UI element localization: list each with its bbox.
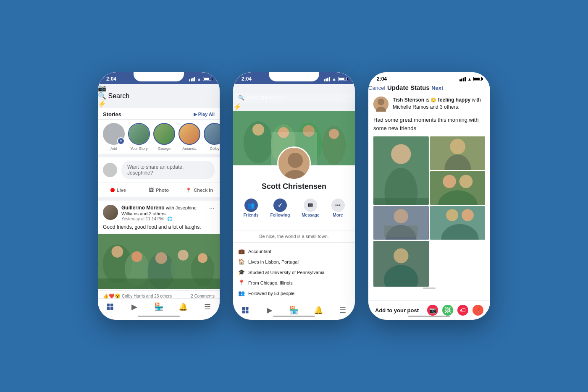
graduation-icon: 🎓 (238, 269, 245, 275)
story-name-amanda: Amanda (182, 146, 197, 151)
phone-1-screen: 2:04 ▲ 📷 🔍 (98, 72, 220, 320)
cancel-button[interactable]: Cancel (368, 85, 385, 91)
profile-cover-container (233, 111, 355, 165)
checkin-button[interactable]: 📍 Check In (179, 186, 220, 195)
post-meta: Guillermo Moreno with Josephine Williams… (121, 205, 206, 221)
phone-1-navbar: 📷 🔍 Search ⚡ (98, 84, 220, 108)
location-icon: 📍 (238, 280, 245, 286)
nav-2-marketplace[interactable]: 🏪 (282, 306, 306, 315)
status-input[interactable]: Want to share an update, Josephine? (121, 161, 215, 179)
svg-point-52 (446, 209, 458, 221)
post-more-button[interactable]: ··· (209, 205, 215, 212)
user-avatar (103, 163, 117, 177)
phone-2-wifi-icon: ▲ (332, 76, 336, 81)
svg-point-4 (131, 251, 142, 262)
svg-rect-30 (246, 307, 249, 310)
live-button[interactable]: Live (98, 186, 139, 195)
following-label: Following (270, 213, 290, 217)
camera-add-icon[interactable]: 📷 (427, 305, 438, 316)
add-post-icons: 📷 🖼 🏷 📍 (427, 305, 483, 316)
story-item-george[interactable]: George (153, 123, 175, 151)
phone-3-home-indicator (408, 316, 450, 317)
add-story-circle: + (103, 123, 125, 145)
friends-button[interactable]: 👥 Friends (239, 196, 262, 220)
story-name-add: Add (110, 146, 117, 151)
checkin-icon: 📍 (186, 188, 192, 193)
post-header: Guillermo Moreno with Josephine Williams… (98, 201, 220, 224)
stories-header: Stories ▶ Play All (98, 108, 220, 120)
post-author: Guillermo Moreno with Josephine Williams… (121, 205, 206, 217)
svg-point-18 (252, 124, 264, 136)
nav-2-video[interactable]: ▶ (257, 306, 282, 315)
add-story-badge: + (117, 137, 125, 145)
wifi-icon: ▲ (197, 77, 201, 81)
story-item-colby[interactable]: Colby (204, 123, 220, 151)
svg-rect-12 (107, 304, 110, 307)
update-status-content: Tish Stenson is 🙄 feeling happy with Mic… (368, 91, 490, 300)
camera-button[interactable]: 📷 (98, 84, 220, 92)
photo-grid-item-2[interactable] (430, 136, 486, 170)
nav-2-menu[interactable]: ☰ (331, 306, 355, 315)
svg-rect-39 (373, 198, 429, 205)
location-add-icon[interactable]: 📍 (472, 305, 483, 316)
phone-3-wifi-icon: ▲ (467, 77, 472, 81)
profile-action-buttons: 👥 Friends ✓ Following ✉ Message ··· More (238, 196, 350, 220)
phones-container: 2:04 ▲ 📷 🔍 (98, 72, 490, 320)
phone-2-battery-icon (338, 77, 346, 81)
post-reactions: 👍 ❤️ 😮 Colby Harris and 23 others 2 Comm… (98, 290, 220, 298)
story-name-colby: Colby (210, 146, 219, 151)
messenger-button[interactable]: ⚡ (98, 100, 220, 108)
story-item-your[interactable]: Your Story (128, 123, 150, 151)
photo-grid-item-5[interactable] (430, 206, 486, 240)
nav-notifications[interactable]: 🔔 (171, 302, 195, 311)
svg-point-27 (288, 153, 303, 168)
search-bar[interactable]: 🔍 Search (98, 92, 220, 100)
post-time: Yesterday at 11:14 PM · 🌐 (121, 217, 206, 221)
message-button[interactable]: ✉ Message (297, 196, 323, 220)
reaction-emojis: 👍 ❤️ 😮 (103, 293, 121, 298)
detail-education: 🎓 Studied at University of Pennsylvania (238, 267, 350, 277)
nav-video[interactable]: ▶ (122, 302, 147, 311)
next-button[interactable]: Next (431, 85, 443, 91)
followers-icon: 👥 (238, 290, 245, 296)
photo-grid-item-1[interactable] (373, 136, 429, 205)
nav-menu[interactable]: ☰ (195, 302, 220, 311)
post-quick-actions: Live 🖼 Photo 📍 Check In (98, 183, 220, 197)
stories-title: Stories (103, 111, 121, 118)
following-button[interactable]: ✓ Following (266, 196, 294, 220)
profile-search-bar[interactable]: 🔍 Scott Christensen (233, 93, 355, 103)
nav-home[interactable] (98, 302, 122, 311)
nav-2-notifications[interactable]: 🔔 (306, 306, 331, 315)
feeling-text: feeling happy (438, 97, 470, 103)
signal-bars-icon (189, 77, 195, 81)
photo-grid-item-4[interactable] (373, 206, 429, 240)
story-item-amanda[interactable]: Amanda (178, 123, 200, 151)
photo-grid-item-6[interactable] (373, 241, 429, 287)
photo-grid-item-3[interactable] (430, 171, 486, 205)
svg-rect-29 (242, 307, 245, 310)
stories-row: + Add Your Story George (98, 120, 220, 154)
phone-3: 2:04 ▲ Cancel Update Stat (368, 72, 490, 320)
poster-info: Tish Stenson is 🙄 feeling happy with Mic… (373, 97, 485, 112)
messenger-icon[interactable]: ⚡ (233, 103, 242, 110)
phone-3-time: 2:04 (377, 76, 387, 82)
detail-from: 📍 From Chicago, Illinois (238, 277, 350, 288)
play-all-button[interactable]: ▶ Play All (194, 112, 215, 117)
svg-rect-32 (246, 311, 249, 314)
phone-1: 2:04 ▲ 📷 🔍 (98, 72, 220, 320)
profile-avatar-container (277, 146, 311, 180)
photo-button[interactable]: 🖼 Photo (139, 186, 179, 195)
back-button[interactable]: ‹ (233, 84, 236, 92)
post-image (98, 234, 220, 289)
phone-3-screen: 2:04 ▲ Cancel Update Stat (368, 72, 490, 320)
search-icon: 🔍 (98, 92, 106, 99)
more-button[interactable]: ··· More (327, 196, 349, 220)
tag-add-icon[interactable]: 🏷 (457, 305, 468, 316)
nav-2-home[interactable] (233, 306, 257, 315)
svg-rect-14 (107, 307, 110, 310)
photo-add-icon[interactable]: 🖼 (442, 305, 453, 316)
phone-3-signal-icon (459, 77, 466, 81)
story-item-add[interactable]: + Add (103, 123, 125, 151)
nav-marketplace[interactable]: 🏪 (147, 302, 171, 311)
svg-point-56 (394, 248, 408, 263)
